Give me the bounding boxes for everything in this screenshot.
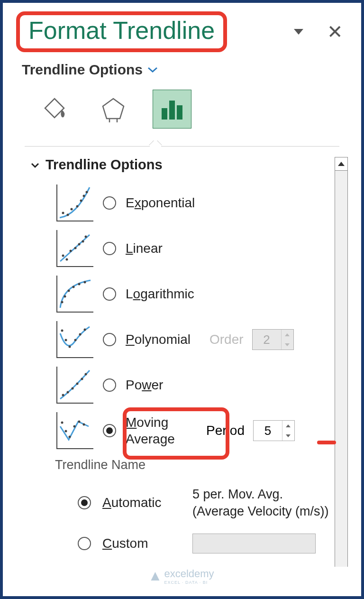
option-polynomial[interactable]: Polynomial Order 2: [56, 321, 330, 358]
label-automatic: Automatic: [102, 495, 192, 510]
svg-point-29: [65, 339, 67, 341]
svg-rect-6: [177, 105, 182, 120]
arrow-up-icon: [338, 162, 345, 166]
radio-custom[interactable]: [78, 537, 91, 550]
period-value[interactable]: 5: [254, 421, 282, 441]
period-up[interactable]: [282, 421, 294, 431]
svg-point-26: [78, 283, 81, 286]
chevron-down-icon: [30, 162, 40, 168]
radio-linear[interactable]: [103, 242, 116, 255]
svg-point-25: [73, 286, 75, 288]
name-custom-row[interactable]: Custom: [30, 534, 330, 553]
paint-bucket-icon: [41, 96, 68, 122]
period-label: Period: [206, 423, 245, 438]
linear-icon: [56, 230, 93, 267]
svg-point-27: [84, 281, 86, 284]
bar-chart-icon: [159, 96, 185, 122]
svg-point-24: [68, 290, 70, 292]
radio-polynomial[interactable]: [103, 333, 116, 346]
highlight-period-value: [317, 441, 336, 444]
automatic-name-value: 5 per. Mov. Avg. (Average Velocity (m/s)…: [192, 486, 330, 520]
svg-point-22: [61, 301, 64, 304]
radio-moving-average[interactable]: [103, 424, 116, 437]
custom-name-input[interactable]: [192, 534, 316, 553]
divider: [25, 146, 339, 147]
svg-point-43: [73, 425, 76, 428]
label-moving-average: MovingAverage: [126, 414, 187, 447]
period-down[interactable]: [282, 431, 294, 441]
svg-rect-4: [162, 108, 167, 120]
order-label: Order: [209, 332, 244, 347]
svg-point-45: [83, 424, 85, 426]
svg-point-36: [72, 387, 74, 390]
svg-point-37: [76, 383, 79, 385]
svg-point-15: [62, 255, 64, 257]
pane-options-dropdown[interactable]: [294, 29, 303, 35]
watermark: exceldemy EXCEL · DATA · BI: [150, 568, 214, 585]
label-linear: Linear: [126, 241, 163, 256]
svg-point-39: [85, 373, 87, 376]
pane-title: Format Trendline: [28, 17, 215, 44]
trendline-options-tab[interactable]: [153, 90, 191, 129]
label-custom: Custom: [102, 536, 192, 551]
svg-point-10: [76, 205, 79, 208]
section-title: Trendline Options: [46, 157, 163, 173]
option-power[interactable]: Power: [56, 367, 330, 404]
close-pane-button[interactable]: ✕: [327, 22, 343, 41]
option-moving-average[interactable]: MovingAverage Period 5: [56, 412, 330, 449]
svg-point-41: [65, 430, 67, 433]
option-logarithmic[interactable]: Logarithmic: [56, 276, 330, 313]
section-toggle[interactable]: Trendline Options: [30, 157, 330, 173]
svg-point-34: [62, 394, 64, 396]
svg-point-19: [78, 243, 81, 246]
svg-marker-1: [103, 99, 124, 119]
radio-power[interactable]: [103, 378, 116, 392]
svg-point-30: [69, 346, 71, 348]
svg-point-12: [83, 195, 85, 197]
period-spinner[interactable]: 5: [253, 420, 295, 441]
svg-point-42: [69, 436, 71, 438]
label-power: Power: [126, 378, 163, 393]
power-icon: [56, 367, 93, 404]
svg-point-13: [86, 191, 88, 194]
label-polynomial: Polynomial: [126, 332, 191, 347]
radio-automatic[interactable]: [78, 496, 91, 509]
svg-point-21: [85, 236, 87, 238]
svg-marker-46: [151, 572, 159, 581]
logarithmic-icon: [56, 276, 93, 313]
exponential-icon: [56, 184, 93, 221]
svg-point-16: [66, 258, 68, 261]
svg-point-11: [80, 200, 82, 202]
svg-point-33: [84, 329, 86, 331]
pane-subtitle: Trendline Options: [22, 62, 143, 78]
effects-tab[interactable]: [94, 90, 133, 129]
svg-point-32: [79, 333, 82, 336]
vertical-scrollbar[interactable]: [335, 157, 348, 567]
svg-point-44: [78, 421, 81, 423]
svg-point-28: [61, 330, 64, 332]
option-linear[interactable]: Linear: [56, 230, 330, 267]
option-exponential[interactable]: Exponential: [56, 184, 330, 221]
svg-point-8: [67, 214, 69, 216]
pane-title-highlight: Format Trendline: [16, 11, 227, 52]
fill-line-tab[interactable]: [35, 90, 74, 129]
name-automatic-row[interactable]: Automatic 5 per. Mov. Avg. (Average Velo…: [30, 486, 330, 520]
moving-average-icon: [56, 412, 93, 449]
radio-logarithmic[interactable]: [103, 287, 116, 301]
radio-exponential[interactable]: [103, 196, 116, 210]
svg-rect-5: [169, 101, 175, 120]
order-down: [282, 340, 293, 350]
svg-point-35: [67, 391, 69, 394]
order-spinner: 2: [252, 329, 294, 350]
pentagon-icon: [100, 96, 127, 122]
polynomial-icon: [56, 321, 93, 358]
svg-point-17: [70, 250, 72, 252]
svg-point-23: [64, 295, 66, 298]
svg-point-20: [82, 240, 84, 243]
order-up: [282, 330, 293, 340]
subtitle-dropdown[interactable]: [147, 66, 158, 73]
svg-point-40: [61, 422, 64, 424]
scroll-up-button[interactable]: [335, 157, 347, 171]
order-value: 2: [253, 330, 281, 350]
svg-point-9: [71, 208, 73, 211]
